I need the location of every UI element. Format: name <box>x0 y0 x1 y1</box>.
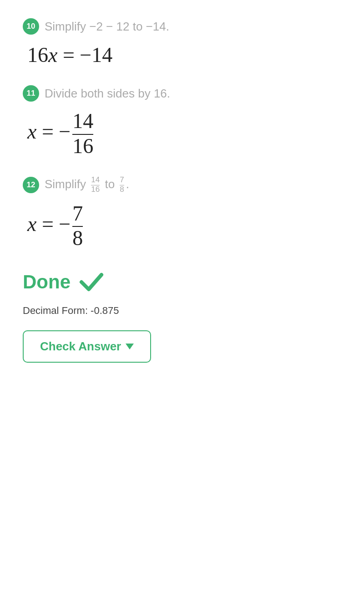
equation-10: 16x = −14 <box>27 43 341 67</box>
check-answer-button[interactable]: Check Answer <box>23 330 151 363</box>
step-12-frac-to-den: 8 <box>120 185 124 194</box>
step-12-frac-from-num: 14 <box>91 176 100 185</box>
step-12-badge: 12 <box>23 177 39 193</box>
step-11-text: Divide both sides by 16. <box>45 87 170 101</box>
step-12-row: 12 Simplify 14 16 to 7 8 . <box>23 176 341 194</box>
equation-10-text: 16x = −14 <box>27 43 112 67</box>
step-10-text: Simplify −2 − 12 to −14. <box>45 20 169 34</box>
equation-12-fraction: 7 8 <box>72 202 83 250</box>
equation-12-lhs: x <box>27 212 36 236</box>
step-12-fraction-to: 7 8 <box>120 176 124 194</box>
decimal-form: Decimal Form: -0.875 <box>23 305 341 317</box>
step-12-after: . <box>126 177 129 191</box>
done-label: Done <box>23 271 71 293</box>
check-answer-label: Check Answer <box>40 339 121 354</box>
equation-12-denominator: 8 <box>72 227 83 250</box>
step-12-before: Simplify <box>45 177 86 191</box>
step-11-badge: 11 <box>23 85 39 102</box>
step-12-fraction-from: 14 16 <box>91 176 100 194</box>
step-11-row: 11 Divide both sides by 16. <box>23 85 341 102</box>
equation-12-eq: = − <box>36 212 71 236</box>
step-12-frac-to-num: 7 <box>120 176 124 185</box>
equation-12: x = − 7 8 <box>27 202 341 250</box>
done-row: Done <box>23 268 341 296</box>
step-12-text: Simplify 14 16 to 7 8 . <box>45 176 129 194</box>
step-12-middle: to <box>105 177 115 191</box>
step-10-row: 10 Simplify −2 − 12 to −14. <box>23 18 341 35</box>
equation-11-lhs: x <box>27 120 36 143</box>
dropdown-arrow-icon <box>126 344 134 349</box>
equation-11-numerator: 14 <box>72 110 93 135</box>
equation-11-denominator: 16 <box>72 135 93 158</box>
equation-11: x = − 14 16 <box>27 110 341 158</box>
checkmark-icon <box>78 268 105 296</box>
step-10-badge: 10 <box>23 18 39 35</box>
equation-11-eq: = − <box>36 120 71 143</box>
equation-11-fraction: 14 16 <box>72 110 93 158</box>
step-12-frac-from-den: 16 <box>91 185 100 194</box>
equation-12-numerator: 7 <box>72 202 83 227</box>
